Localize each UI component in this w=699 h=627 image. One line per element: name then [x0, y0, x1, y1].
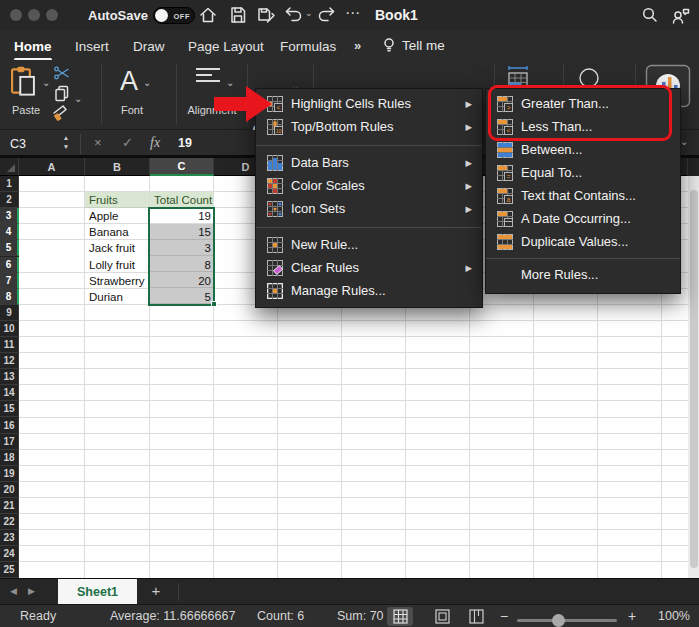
row-header-20[interactable]: 20 [0, 482, 19, 498]
cell-text-B4[interactable]: Banana [89, 224, 148, 240]
autosave-toggle[interactable]: OFF [153, 7, 195, 24]
minimize-window-button[interactable] [28, 9, 40, 21]
copy-dropdown-chevron-icon[interactable] [74, 88, 82, 106]
add-sheet-button[interactable]: + [143, 582, 169, 602]
row-header-5[interactable]: 5 [0, 240, 19, 256]
row-header-13[interactable]: 13 [0, 369, 19, 385]
menu-item-new-rule[interactable]: New Rule... [256, 233, 482, 256]
selection-fill-handle[interactable] [211, 301, 217, 307]
row-header-1[interactable]: 1 [0, 176, 19, 192]
page-layout-view-icon[interactable] [429, 607, 455, 626]
select-all-corner[interactable] [0, 158, 19, 176]
insert-function-icon[interactable] [150, 135, 160, 151]
menu-item-top-bottom-rules[interactable]: 10Top/Bottom Rules▶ [256, 115, 482, 138]
column-header-a[interactable]: A [19, 158, 85, 176]
tab-home[interactable]: Home [14, 35, 52, 57]
menu-item-more-rules[interactable]: More Rules... [486, 263, 680, 286]
row-header-17[interactable]: 17 [0, 434, 19, 450]
menu-item-between[interactable]: Between... [486, 138, 680, 161]
redo-icon[interactable] [317, 5, 339, 25]
row-header-23[interactable]: 23 [0, 530, 19, 546]
normal-view-icon[interactable] [387, 607, 413, 626]
tell-me[interactable]: Tell me [382, 37, 445, 53]
tab-draw[interactable]: Draw [133, 35, 165, 57]
row-header-21[interactable]: 21 [0, 498, 19, 514]
save-as-icon[interactable] [256, 5, 278, 25]
zoom-window-button[interactable] [46, 9, 58, 21]
cell-text-B8[interactable]: Durian [89, 289, 148, 305]
row-header-11[interactable]: 11 [0, 337, 19, 353]
menu-item-color-scales[interactable]: Color Scales▶ [256, 174, 482, 197]
row-header-2[interactable]: 2 [0, 192, 19, 208]
row-header-18[interactable]: 18 [0, 450, 19, 466]
zoom-in-plus-icon[interactable]: + [628, 608, 636, 624]
row-header-3[interactable]: 3 [0, 208, 19, 224]
undo-dropdown-chevron-icon[interactable]: ⌄ [305, 8, 313, 18]
search-icon[interactable] [640, 5, 662, 25]
page-break-view-icon[interactable] [463, 607, 489, 626]
menu-item-a-date-occurring[interactable]: A Date Occurring... [486, 207, 680, 230]
prev-sheet-arrow-icon[interactable]: ◀ [10, 586, 17, 596]
row-header-10[interactable]: 10 [0, 321, 19, 337]
row-header-7[interactable]: 7 [0, 273, 19, 289]
menu-item-highlight-cells-rules[interactable]: <Highlight Cells Rules▶ [256, 92, 482, 115]
share-people-icon[interactable] [670, 5, 692, 25]
font-label[interactable]: Font [108, 104, 156, 116]
cell-text-C2[interactable]: Total Count [154, 192, 212, 208]
menu-item-text-that-contains[interactable]: aText that Contains... [486, 184, 680, 207]
cell-text-B6[interactable]: Lolly fruit [89, 257, 148, 273]
undo-icon[interactable] [283, 5, 305, 25]
format-painter-icon[interactable] [50, 104, 72, 124]
row-header-4[interactable]: 4 [0, 224, 19, 240]
name-box-spinner-icon[interactable]: ▲▼ [60, 133, 72, 155]
formula-bar-value[interactable]: 19 [178, 136, 192, 150]
menu-item-clear-rules[interactable]: Clear Rules▶ [256, 256, 482, 279]
home-icon[interactable] [198, 5, 220, 25]
menu-item-duplicate-values[interactable]: Duplicate Values... [486, 230, 680, 253]
cut-scissors-icon[interactable] [53, 64, 71, 82]
column-header-c[interactable]: C [150, 158, 214, 176]
column-header-b[interactable]: B [85, 158, 150, 176]
menu-item-data-bars[interactable]: Data Bars▶ [256, 151, 482, 174]
zoom-out-minus-icon[interactable]: − [500, 608, 508, 624]
row-header-16[interactable]: 16 [0, 418, 19, 434]
close-window-button[interactable] [10, 9, 22, 21]
paste-label[interactable]: Paste [6, 104, 46, 116]
row-header-8[interactable]: 8 [0, 289, 19, 305]
row-header-9[interactable]: 9 [0, 305, 19, 321]
menu-item-equal-to[interactable]: =Equal To... [486, 161, 680, 184]
alignment-dropdown-chevron-icon[interactable] [226, 72, 234, 90]
zoom-level[interactable]: 100% [650, 609, 690, 623]
row-header-22[interactable]: 22 [0, 514, 19, 530]
tab-insert[interactable]: Insert [75, 35, 109, 57]
row-header-24[interactable]: 24 [0, 546, 19, 562]
cell-text-B2[interactable]: Fruits [89, 192, 148, 208]
more-commands-icon[interactable]: ⋯ [345, 4, 361, 22]
font-button-icon[interactable] [120, 66, 138, 97]
tab-formulas[interactable]: Formulas [280, 35, 336, 57]
sheet-tab-sheet1[interactable]: Sheet1 [58, 579, 137, 605]
copy-icon[interactable] [53, 84, 71, 102]
zoom-slider-thumb[interactable] [552, 614, 565, 627]
row-header-14[interactable]: 14 [0, 385, 19, 401]
zoom-slider-track[interactable] [517, 619, 617, 622]
cancel-icon[interactable]: × [94, 135, 102, 150]
paste-dropdown-chevron-icon[interactable] [42, 72, 50, 90]
row-header-12[interactable]: 12 [0, 353, 19, 369]
font-dropdown-chevron-icon[interactable] [143, 72, 151, 90]
next-sheet-arrow-icon[interactable]: ▶ [28, 586, 35, 596]
alignment-button-icon[interactable] [196, 68, 220, 83]
row-header-6[interactable]: 6 [0, 257, 19, 273]
name-box[interactable]: C3 [4, 134, 48, 154]
save-icon[interactable] [228, 5, 250, 25]
enter-check-icon[interactable]: ✓ [122, 135, 133, 150]
cell-text-B3[interactable]: Apple [89, 208, 148, 224]
cell-text-B7[interactable]: Strawberry [89, 273, 148, 289]
tab-overflow-chevrons-icon[interactable]: » [354, 38, 361, 53]
row-header-25[interactable]: 25 [0, 562, 19, 578]
row-header-15[interactable]: 15 [0, 401, 19, 417]
vertical-scrollbar-thumb[interactable] [690, 190, 698, 568]
menu-item-icon-sets[interactable]: Icon Sets▶ [256, 197, 482, 220]
formula-bar-expand-chevron-icon[interactable]: ⌄ [680, 136, 688, 147]
row-header-19[interactable]: 19 [0, 466, 19, 482]
